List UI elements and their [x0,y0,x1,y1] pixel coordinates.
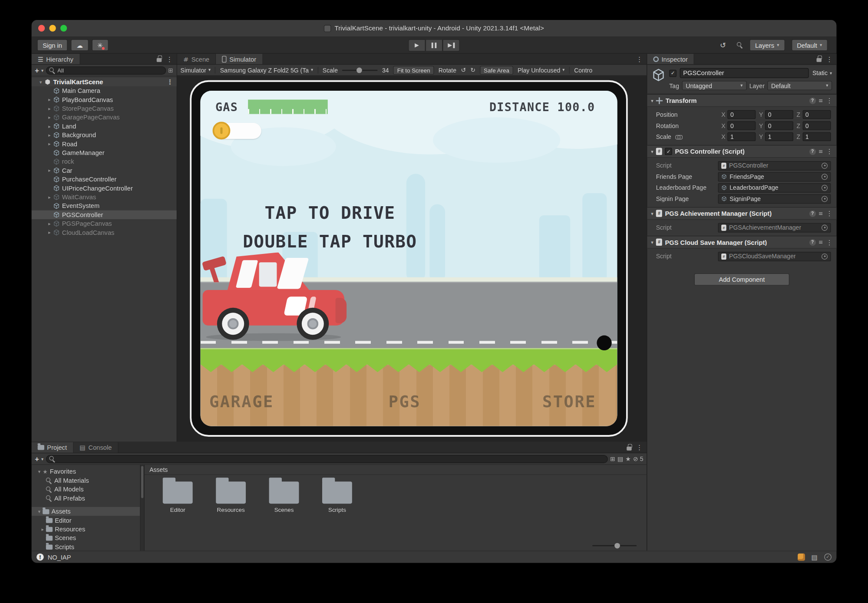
help-icon[interactable]: ? [809,97,815,104]
pause-button[interactable] [426,39,443,51]
hierarchy-item[interactable]: ▸ Car [32,166,177,175]
hidden-packages-count[interactable]: ⊘5 [633,455,643,463]
constrain-proportions-icon[interactable] [675,135,681,139]
folder-item[interactable]: ▸ Resources [32,525,140,534]
close-window-button[interactable] [38,25,45,31]
control-panel-label[interactable]: Contro [574,67,592,73]
coin-toggle[interactable] [214,123,261,139]
lock-icon[interactable] [627,447,631,451]
game-screen[interactable]: GAS DISTANCE 100.0 TAP TO DRIVE DOUBLE T… [201,91,617,426]
object-picker-icon[interactable] [822,224,828,231]
garage-button[interactable]: GARAGE [209,392,274,411]
hierarchy-item-selected[interactable]: PGSController [32,210,177,219]
expand-arrow-icon[interactable]: ▸ [46,106,53,112]
folder-item[interactable]: Scripts [32,542,140,550]
script-object-field[interactable]: # PGSAchievementManager [718,223,831,232]
expand-arrow-icon[interactable]: ▾ [37,79,44,85]
expand-arrow-icon[interactable]: ▸ [46,221,53,227]
favorite-item[interactable]: All Materials [32,476,140,484]
rotate-cw-icon[interactable]: ↻ [470,66,475,74]
tag-dropdown[interactable]: Untagged ▾ [682,81,746,90]
create-asset-button[interactable]: + [35,455,39,463]
layers-dropdown[interactable]: Layers ▾ [749,40,785,51]
hierarchy-item[interactable]: ▸ PGSPageCanvas [32,219,177,228]
maximize-window-button[interactable] [60,25,67,31]
lock-icon[interactable] [816,58,821,62]
hierarchy-item[interactable]: ▸ Land [32,122,177,130]
project-search[interactable] [46,455,608,463]
script-object-field[interactable]: # PGSController [718,161,831,170]
tab-scene[interactable]: # Scene [177,54,216,64]
thumbnail-zoom-slider[interactable] [592,545,637,547]
tab-console[interactable]: ▤ Console [73,442,118,453]
expand-arrow-icon[interactable]: ▸ [46,141,53,147]
active-checkbox[interactable]: ✓ [669,69,677,77]
object-field[interactable]: SigninPage [718,194,831,204]
expand-arrow-icon[interactable]: ▸ [46,168,53,173]
help-icon[interactable]: ? [809,210,815,217]
hierarchy-item[interactable]: GameManager [32,148,177,157]
component-header[interactable]: ▾ Transform ? ≡ ⋮ [647,95,836,107]
object-name-field[interactable] [680,68,809,78]
undo-history-button[interactable]: ↺ [716,39,730,51]
scale-slider[interactable] [342,69,378,71]
tab-simulator[interactable]: Simulator [216,54,263,64]
asset-folder[interactable]: Resources [210,481,252,513]
console-activity-icon[interactable]: ▤ [812,553,818,561]
rotate-ccw-icon[interactable]: ↺ [461,66,466,74]
expand-arrow-icon[interactable]: ▸ [40,526,46,532]
object-picker-icon[interactable] [822,196,828,202]
folder-item[interactable]: Scenes [32,534,140,542]
hierarchy-item[interactable]: ▸ CloudLoadCanvas [32,228,177,237]
hierarchy-item[interactable]: ▸ Road [32,139,177,148]
foldout-arrow-icon[interactable]: ▾ [651,148,653,154]
foldout-arrow-icon[interactable]: ▾ [651,239,653,245]
hierarchy-item[interactable]: rock [32,157,177,166]
static-dropdown[interactable]: Static ▾ [812,70,832,76]
presets-icon[interactable]: ≡ [818,97,823,103]
favorite-item[interactable]: All Models [32,485,140,494]
chevron-down-icon[interactable]: ▾ [41,456,43,461]
favorites-root[interactable]: ▾ ★ Favorites [32,467,140,476]
component-menu-icon[interactable]: ⋮ [826,238,832,246]
lock-icon[interactable] [157,58,162,62]
hierarchy-item[interactable]: Main Camera [32,86,177,95]
hierarchy-item[interactable]: UIPriceChangeController [32,184,177,192]
hierarchy-search-input[interactable] [57,67,162,73]
expand-arrow-icon[interactable]: ▸ [46,97,53,102]
component-menu-icon[interactable]: ⋮ [826,210,832,217]
foldout-arrow-icon[interactable]: ▾ [651,211,653,216]
rotation-z-field[interactable]: 0 [802,121,831,130]
component-header[interactable]: ▾ # ✓ PGS Controller (Script) ? ≡ ⋮ [647,145,836,158]
panel-menu-icon[interactable]: ⋮ [166,55,172,63]
search-everywhere-button[interactable] [733,39,746,51]
folder-item[interactable]: Editor [32,516,140,524]
hierarchy-item[interactable]: ▸ Background [32,131,177,139]
component-menu-icon[interactable]: ⋮ [826,148,832,155]
object-picker-icon[interactable] [822,162,828,168]
expand-arrow-icon[interactable]: ▸ [46,194,53,200]
slider-thumb[interactable] [614,543,620,549]
progress-check-icon[interactable]: ✓ [824,554,832,561]
create-object-button[interactable]: + [35,66,39,74]
play-button[interactable]: ▶ [408,39,426,51]
hierarchy-item-scene[interactable]: ▾ TrivialKartScene ⋮ [32,77,177,86]
chevron-down-icon[interactable]: ▾ [41,68,43,72]
tab-inspector[interactable]: Inspector [647,54,694,64]
scrollbar-thumb[interactable] [141,466,143,498]
version-control-button[interactable]: ✳ [92,40,108,51]
hierarchy-search[interactable] [46,66,166,74]
component-header[interactable]: ▾ # PGS Achievement Manager (Script) ? ≡… [647,208,836,220]
hierarchy-item[interactable]: EventSystem [32,201,177,210]
safe-area-button[interactable]: Safe Area [480,66,513,74]
store-button[interactable]: STORE [542,392,596,411]
hierarchy-item[interactable]: ▸ WaitCanvas [32,193,177,201]
expand-arrow-icon[interactable]: ▸ [46,132,53,138]
scale-x-field[interactable]: 1 [728,132,756,141]
favorite-item[interactable]: All Prefabs [32,494,140,502]
asset-folder[interactable]: Editor [157,481,199,513]
pgs-button[interactable]: PGS [389,392,421,411]
cloud-build-icon[interactable] [798,554,805,561]
position-z-field[interactable]: 0 [802,110,831,119]
step-button[interactable]: ▶ [442,39,460,51]
